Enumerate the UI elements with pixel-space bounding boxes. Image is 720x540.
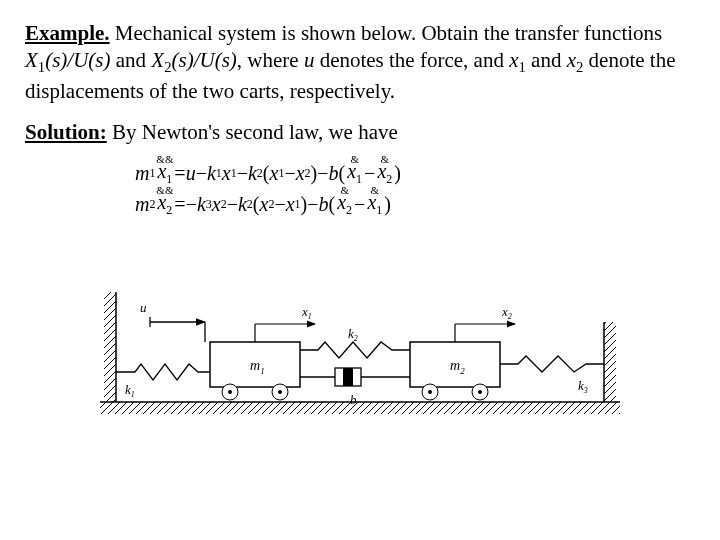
eq2-lp1: ( <box>253 193 260 216</box>
eq1-rp2: ) <box>394 162 401 185</box>
svg-rect-6 <box>604 322 616 402</box>
svg-text:x2: x2 <box>501 304 512 321</box>
eq1-px1: x <box>270 162 279 185</box>
eq1-xd1: &x1 <box>347 160 362 187</box>
equations-block: m1 &&x1 = u − k1 x1 − k2 ( x1 − x2 ) − b… <box>25 160 695 218</box>
tf1-x: X <box>25 48 38 72</box>
eq2-xdd2: &&x2 <box>157 191 172 218</box>
diag-m1: m <box>250 358 260 373</box>
diag-x1-sub: 1 <box>308 312 312 321</box>
diag-m2: m <box>450 358 460 373</box>
example-label: Example. <box>25 21 110 45</box>
eq1-min3: − <box>284 162 295 185</box>
eq1-min1: − <box>196 162 207 185</box>
svg-rect-2 <box>100 402 620 414</box>
eq2-min4: − <box>354 193 365 216</box>
solution-text: By Newton's second law, we have <box>107 120 398 144</box>
diag-k1-sub: 1 <box>131 390 135 399</box>
svg-rect-23 <box>343 368 353 386</box>
diag-x2-sub: 2 <box>508 312 512 321</box>
svg-rect-4 <box>104 292 116 402</box>
eq1-b: b <box>329 162 339 185</box>
svg-text:x1: x1 <box>301 304 312 321</box>
mechanical-diagram: m1 m2 k1 k2 b k3 u x1 x2 <box>80 232 640 432</box>
eq1-x1: x <box>222 162 231 185</box>
andx-text: and <box>526 48 567 72</box>
eq2-rp2: ) <box>384 193 391 216</box>
eq2-px1: x <box>286 193 295 216</box>
diag-b: b <box>350 392 357 407</box>
eq1-m-sub: 1 <box>149 166 155 181</box>
eq1-k1: k <box>207 162 216 185</box>
tf2-sub: 2 <box>164 59 171 75</box>
eq2-px2: x <box>260 193 269 216</box>
problem-statement: Example. Mechanical system is shown belo… <box>25 20 695 105</box>
u-var: u <box>304 48 315 72</box>
eq2-rp1: ) <box>301 193 308 216</box>
eq2-xd2: &x2 <box>337 191 352 218</box>
eq1-lp2: ( <box>339 162 346 185</box>
svg-text:k2: k2 <box>348 326 358 343</box>
eq2-eq: = <box>174 193 185 216</box>
eq1-xdd1: &&x1 <box>157 160 172 187</box>
eq2-k3: k <box>197 193 206 216</box>
eq1-px2: x <box>296 162 305 185</box>
diag-u: u <box>140 300 147 315</box>
eq2-neg: − <box>186 193 197 216</box>
equation-2: m2 &&x2 = − k3 x2 − k2 ( x2 − x1 ) − b (… <box>135 191 695 218</box>
diag-m1-sub: 1 <box>260 366 265 376</box>
eq1-min5: − <box>364 162 375 185</box>
eq1-rp1: ) <box>311 162 318 185</box>
diag-k3-sub: 3 <box>583 386 588 395</box>
tf1-rest: (s)/U(s) <box>45 48 110 72</box>
diag-m2-sub: 2 <box>460 366 465 376</box>
problem-text-1: Mechanical system is shown below. Obtain… <box>110 21 663 45</box>
where-text: , where <box>237 48 304 72</box>
eq1-m: m <box>135 162 149 185</box>
diag-k2-sub: 2 <box>354 334 358 343</box>
eq1-min4: − <box>317 162 328 185</box>
tf2-rest: (s)/U(s) <box>172 48 237 72</box>
and-text: and <box>111 48 152 72</box>
eq1-min2: − <box>237 162 248 185</box>
eq1-lp1: ( <box>263 162 270 185</box>
eq2-m: m <box>135 193 149 216</box>
diagram-svg: m1 m2 k1 k2 b k3 u x1 x2 <box>80 232 640 432</box>
solution-heading: Solution: By Newton's second law, we hav… <box>25 119 695 146</box>
eq1-u: u <box>186 162 196 185</box>
svg-point-18 <box>478 390 482 394</box>
eq2-m-sub: 2 <box>149 197 155 212</box>
solution-label: Solution: <box>25 120 107 144</box>
x1-sub: 1 <box>518 59 525 75</box>
svg-text:k1: k1 <box>125 382 135 399</box>
eq2-k2: k <box>238 193 247 216</box>
eq2-b: b <box>319 193 329 216</box>
eq2-lp2: ( <box>329 193 336 216</box>
svg-text:k3: k3 <box>578 378 588 395</box>
eq1-xd2: &x2 <box>377 160 392 187</box>
eq2-min3: − <box>307 193 318 216</box>
svg-point-12 <box>278 390 282 394</box>
denotes-text: denotes the force, and <box>314 48 509 72</box>
equation-1: m1 &&x1 = u − k1 x1 − k2 ( x1 − x2 ) − b… <box>135 160 695 187</box>
eq2-x2: x <box>212 193 221 216</box>
x2-var: x <box>567 48 576 72</box>
svg-point-10 <box>228 390 232 394</box>
eq2-min1: − <box>227 193 238 216</box>
eq2-min2: − <box>274 193 285 216</box>
eq2-xd1: &x1 <box>367 191 382 218</box>
eq1-k2: k <box>248 162 257 185</box>
tf2-x: X <box>151 48 164 72</box>
svg-point-16 <box>428 390 432 394</box>
eq1-eq: = <box>174 162 185 185</box>
